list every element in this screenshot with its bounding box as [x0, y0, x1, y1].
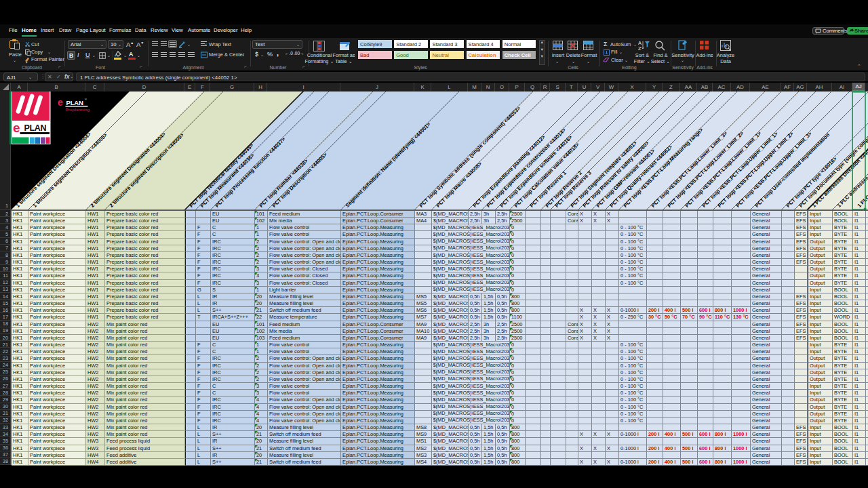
svg-text:PLAN: PLAN — [66, 99, 83, 106]
svg-text:®: ® — [85, 98, 87, 101]
svg-text:Preplanning: Preplanning — [66, 107, 90, 112]
svg-text:PLAN: PLAN — [24, 123, 47, 133]
svg-text:e: e — [13, 121, 20, 135]
svg-text:Z: Z — [638, 45, 642, 51]
svg-text:e: e — [58, 97, 63, 108]
